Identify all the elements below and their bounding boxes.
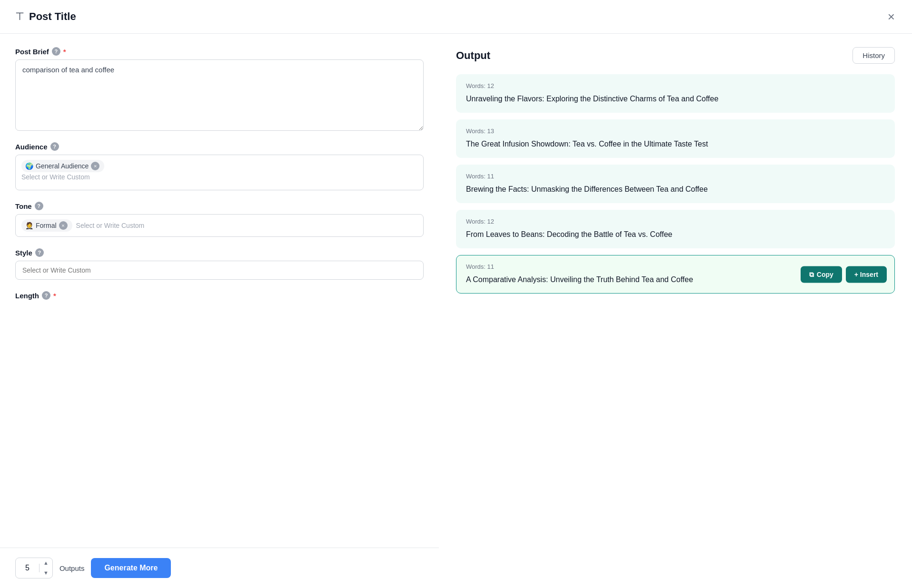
footer-controls: 5 ▲ ▼ Outputs Generate More: [0, 548, 439, 588]
card-2-text: The Great Infusion Showdown: Tea vs. Cof…: [466, 138, 885, 150]
stepper-up-button[interactable]: ▲: [40, 558, 52, 568]
card-3-text: Brewing the Facts: Unmasking the Differe…: [466, 184, 885, 195]
length-help-icon[interactable]: ?: [42, 291, 50, 300]
copy-label: Copy: [817, 271, 833, 278]
history-button[interactable]: History: [853, 47, 895, 64]
modal-header: ⊤ Post Title ×: [0, 0, 912, 34]
tone-label: Tone ?: [15, 202, 424, 210]
output-title: Output: [456, 49, 490, 62]
style-label: Style ?: [15, 248, 424, 257]
style-input[interactable]: [15, 261, 424, 280]
audience-tag-text: General Audience: [36, 162, 89, 170]
audience-section: Audience ? 🌍 General Audience × Select o…: [15, 142, 424, 190]
insert-button[interactable]: + Insert: [846, 266, 887, 283]
tone-placeholder: Select or Write Custom: [76, 222, 145, 229]
post-brief-section: Post Brief ? * comparison of tea and cof…: [15, 47, 424, 131]
output-card-5[interactable]: Words: 11 A Comparative Analysis: Unveil…: [456, 255, 895, 294]
outputs-label: Outputs: [59, 564, 85, 572]
card-3-words: Words: 11: [466, 173, 885, 180]
output-cards: Words: 12 Unraveling the Flavors: Explor…: [456, 74, 895, 294]
audience-tag-remove[interactable]: ×: [91, 162, 99, 170]
style-help-icon[interactable]: ?: [35, 248, 44, 257]
audience-help-icon[interactable]: ?: [50, 142, 59, 151]
audience-tag-general: 🌍 General Audience ×: [21, 160, 104, 172]
copy-icon: ⧉: [809, 270, 814, 278]
length-required: *: [53, 292, 56, 300]
header-left: ⊤ Post Title: [15, 10, 76, 23]
outputs-stepper: 5 ▲ ▼: [15, 558, 53, 578]
card-4-words: Words: 12: [466, 218, 885, 225]
audience-tag-emoji: 🌍: [25, 162, 33, 170]
card-4-text: From Leaves to Beans: Decoding the Battl…: [466, 229, 885, 240]
style-label-text: Style: [15, 249, 32, 257]
audience-label: Audience ?: [15, 142, 424, 151]
card-2-words: Words: 13: [466, 127, 885, 135]
audience-custom-placeholder: Select or Write Custom: [21, 172, 417, 182]
post-brief-textarea[interactable]: comparison of tea and coffee: [15, 59, 424, 131]
audience-box[interactable]: 🌍 General Audience × Select or Write Cus…: [15, 155, 424, 190]
post-brief-required: *: [63, 48, 66, 56]
tone-label-text: Tone: [15, 202, 32, 210]
tone-tag-formal: 🤵 Formal ×: [21, 219, 72, 232]
modal-title: Post Title: [29, 10, 76, 23]
modal-container: ⊤ Post Title × Post Brief ? * comparison…: [0, 0, 912, 588]
tone-help-icon[interactable]: ?: [35, 202, 43, 210]
style-section: Style ?: [15, 248, 424, 280]
tone-tag-text: Formal: [36, 222, 57, 229]
post-brief-help-icon[interactable]: ?: [52, 47, 60, 56]
outputs-value: 5: [16, 564, 40, 572]
card-5-actions: ⧉ Copy + Insert: [801, 266, 887, 283]
tone-box[interactable]: 🤵 Formal × Select or Write Custom: [15, 214, 424, 237]
post-brief-label-text: Post Brief: [15, 48, 49, 56]
length-label-text: Length: [15, 292, 39, 300]
output-header: Output History: [456, 47, 895, 64]
stepper-down-button[interactable]: ▼: [40, 568, 52, 578]
right-panel: Output History Words: 12 Unraveling the …: [439, 34, 912, 588]
copy-button[interactable]: ⧉ Copy: [801, 266, 842, 283]
tone-section: Tone ? 🤵 Formal × Select or Write Custom: [15, 202, 424, 237]
left-panel: Post Brief ? * comparison of tea and cof…: [0, 34, 439, 588]
main-content: Post Brief ? * comparison of tea and cof…: [0, 34, 912, 588]
output-card-1[interactable]: Words: 12 Unraveling the Flavors: Explor…: [456, 74, 895, 113]
stepper-arrows: ▲ ▼: [40, 558, 52, 578]
length-section: Length ? *: [15, 291, 424, 304]
left-scrollable: Post Brief ? * comparison of tea and cof…: [0, 34, 439, 548]
audience-tag-row: 🌍 General Audience ×: [21, 160, 417, 172]
post-brief-label: Post Brief ? *: [15, 47, 424, 56]
card-1-words: Words: 12: [466, 82, 885, 89]
insert-label: + Insert: [854, 271, 878, 278]
tone-tag-emoji: 🤵: [25, 222, 33, 229]
output-card-2[interactable]: Words: 13 The Great Infusion Showdown: T…: [456, 119, 895, 158]
text-tool-icon: ⊤: [15, 10, 24, 23]
tone-tag-remove[interactable]: ×: [59, 221, 68, 230]
length-label: Length ? *: [15, 291, 424, 300]
card-1-text: Unraveling the Flavors: Exploring the Di…: [466, 93, 885, 105]
output-card-3[interactable]: Words: 11 Brewing the Facts: Unmasking t…: [456, 165, 895, 203]
close-button[interactable]: ×: [886, 9, 897, 25]
generate-more-button[interactable]: Generate More: [91, 558, 171, 578]
audience-label-text: Audience: [15, 143, 48, 151]
output-card-4[interactable]: Words: 12 From Leaves to Beans: Decoding…: [456, 210, 895, 248]
